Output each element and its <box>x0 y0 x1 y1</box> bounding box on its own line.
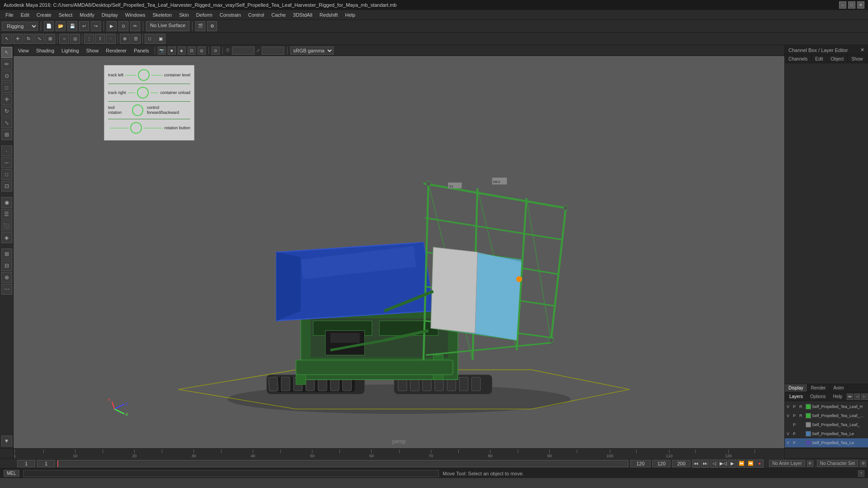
layout-presets-btn[interactable]: ⊟ <box>1 260 12 271</box>
history-btn[interactable]: ⊕ <box>120 34 130 44</box>
layer-v-1[interactable]: V <box>787 413 792 418</box>
rotate-tool-left-btn[interactable]: ↻ <box>1 106 12 117</box>
layer-row-2[interactable]: PSelf_Propelled_Tea_Leaf_ <box>785 420 868 429</box>
options-subtab[interactable]: Options <box>807 393 828 400</box>
help-line-toggle[interactable]: ? <box>858 470 864 477</box>
gamma-select[interactable]: sRGB gamma <box>290 47 334 55</box>
render-settings-btn[interactable]: ⚙ <box>207 21 217 31</box>
step-fwd-btn[interactable]: ⏩ <box>737 460 745 468</box>
move-tool-btn[interactable]: ✛ <box>13 34 23 44</box>
face-component-btn[interactable]: □ <box>1 169 12 180</box>
menu-select[interactable]: Select <box>55 11 76 19</box>
snap-point-btn[interactable]: · <box>106 34 116 44</box>
new-scene-btn[interactable]: 📄 <box>44 21 54 31</box>
viewport-canvas[interactable]: MK2 V1 Z X Y track left <box>14 56 784 448</box>
go-to-end-btn[interactable]: ⏪ <box>746 460 755 468</box>
live-surface-button[interactable]: No Live Surface <box>146 21 189 31</box>
help-subtab[interactable]: Help <box>830 393 845 400</box>
record-btn[interactable]: ● <box>755 460 764 468</box>
menu-file[interactable]: File <box>2 11 17 19</box>
menu-windows[interactable]: Windows <box>122 11 149 19</box>
channel-box-btn[interactable]: ☰ <box>131 34 141 44</box>
layer-nav-next[interactable]: ▷ <box>861 394 868 400</box>
layer-row-3[interactable]: VPSelf_Propelled_Tea_Le <box>785 429 868 438</box>
universal-transform-btn[interactable]: ⊞ <box>1 129 12 140</box>
rotate-tool-btn[interactable]: ↻ <box>24 34 33 44</box>
open-btn[interactable]: 📂 <box>56 21 66 31</box>
snap-curve-btn[interactable]: ⌇ <box>95 34 105 44</box>
menu-redshift[interactable]: Redshift <box>316 11 341 19</box>
layer-v-4[interactable]: V <box>787 441 792 445</box>
scale-tool-left-btn[interactable]: ⤡ <box>1 117 12 128</box>
layer-p-3[interactable]: P <box>793 432 798 436</box>
mode-dropdown[interactable]: Rigging <box>2 22 38 31</box>
layer-v-0[interactable]: V <box>787 404 792 409</box>
layer-nav-prev[interactable]: ◁ <box>854 394 860 400</box>
layer-nav-first[interactable]: ⏮ <box>847 394 853 400</box>
range-end-input[interactable] <box>630 460 651 467</box>
layer-row-0[interactable]: VPRSelf_Propelled_Tea_Leaf_H <box>785 402 868 411</box>
display-layer-btn[interactable]: ☰ <box>1 209 12 220</box>
layer-r-1[interactable]: R <box>799 413 805 418</box>
menu-edit[interactable]: Edit <box>17 11 33 19</box>
layer-color-swatch-4[interactable] <box>806 440 811 446</box>
menu-skin[interactable]: Skin <box>175 11 192 19</box>
ipr-btn[interactable]: ▣ <box>156 34 165 44</box>
layer-color-swatch-3[interactable] <box>806 431 811 436</box>
sculpt-btn[interactable]: ◎ <box>70 34 80 44</box>
show-tab[interactable]: Show <box>848 55 867 63</box>
hotbox-btn[interactable]: ⋯ <box>1 284 12 295</box>
render-tab[interactable]: Render <box>807 384 830 392</box>
scale-tool-btn[interactable]: ⤡ <box>34 34 44 44</box>
layer-r-0[interactable]: R <box>799 404 805 409</box>
character-set-settings[interactable]: ⚙ <box>860 460 866 467</box>
minimize-button[interactable]: – <box>839 1 846 9</box>
move-tool-left-btn[interactable]: ✛ <box>1 94 12 105</box>
time-ruler[interactable]: 1102030405060708090100110120 <box>14 449 784 459</box>
layer-v-3[interactable]: V <box>787 432 792 436</box>
end-frame-input[interactable] <box>652 460 670 467</box>
expand-btn[interactable]: ▼ <box>1 436 12 446</box>
anim-layer-btn[interactable]: ◈ <box>1 232 12 243</box>
save-btn[interactable]: 💾 <box>67 21 77 31</box>
vp-shading-menu[interactable]: Shading <box>33 47 57 54</box>
layers-subtab[interactable]: Layers <box>787 393 806 400</box>
current-frame-input[interactable] <box>17 460 35 467</box>
quick-layout-btn[interactable]: ⊞ <box>1 249 12 259</box>
anim-tab[interactable]: Anim <box>830 384 848 392</box>
layer-p-4[interactable]: P <box>793 441 798 445</box>
menu-cache[interactable]: Cache <box>268 11 289 19</box>
max-frame-input[interactable] <box>672 460 690 467</box>
layer-p-0[interactable]: P <box>793 404 798 409</box>
lasso-select-btn[interactable]: ⊙ <box>1 70 12 81</box>
isolate-select-btn[interactable]: ⊙ <box>212 47 220 55</box>
object-tab[interactable]: Object <box>827 55 848 63</box>
play-back-btn[interactable]: ◁ <box>710 460 718 468</box>
render-layer-btn[interactable]: ⬛ <box>1 221 12 231</box>
xray-btn[interactable]: ◎ <box>198 47 206 55</box>
menu-help[interactable]: Help <box>341 11 359 19</box>
layer-p-1[interactable]: P <box>793 413 798 418</box>
vp-view-menu[interactable]: View <box>15 47 32 54</box>
edge-component-btn[interactable]: ─ <box>1 157 12 168</box>
wireframe-btn[interactable]: ⊡ <box>188 47 196 55</box>
layer-color-swatch-2[interactable] <box>806 422 811 427</box>
scale-input[interactable]: 1.00 <box>262 47 284 55</box>
vp-panels-menu[interactable]: Panels <box>131 47 152 54</box>
layer-color-swatch-0[interactable] <box>806 404 811 409</box>
select-mode-btn[interactable]: ↖ <box>1 47 12 58</box>
select-btn[interactable]: ▶ <box>107 21 117 31</box>
menu-deform[interactable]: Deform <box>193 11 216 19</box>
vp-show-menu[interactable]: Show <box>84 47 102 54</box>
layer-row-4[interactable]: VPSelf_Propelled_Tea_Le <box>785 438 868 447</box>
snap-grid-btn[interactable]: ⋮ <box>84 34 94 44</box>
soft-mod-btn[interactable]: ○ <box>59 34 69 44</box>
transform-tool-btn[interactable]: ⊞ <box>45 34 55 44</box>
channels-tab[interactable]: Channels <box>785 55 811 63</box>
menu-control[interactable]: Control <box>245 11 268 19</box>
lasso-btn[interactable]: ⊙ <box>118 21 128 31</box>
edit-tab[interactable]: Edit <box>811 55 827 63</box>
render-btn[interactable]: 🎬 <box>195 21 205 31</box>
layer-row-1[interactable]: VPRSelf_Propelled_Tea_Leaf_Harv <box>785 411 868 420</box>
uv-component-btn[interactable]: ⊡ <box>1 181 12 192</box>
